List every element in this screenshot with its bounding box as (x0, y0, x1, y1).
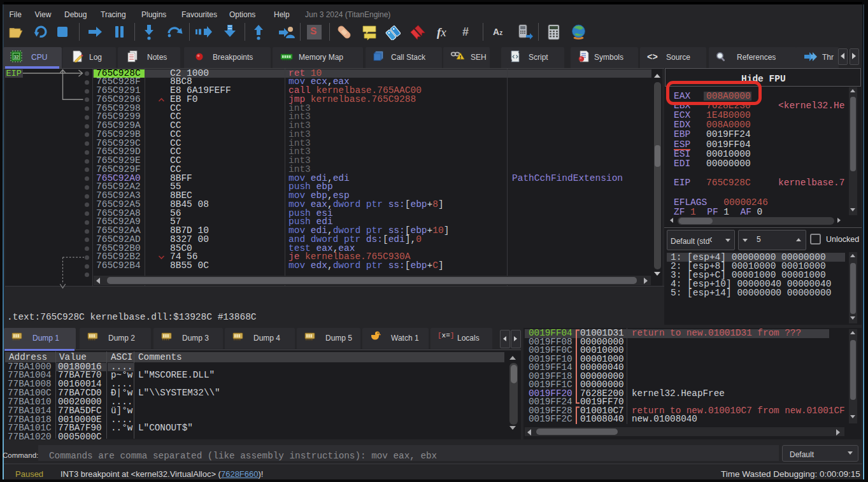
svg-text:32: 32 (14, 55, 19, 59)
